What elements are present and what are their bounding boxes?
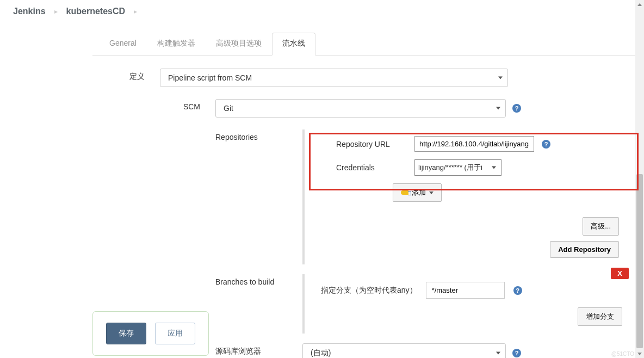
- branch-input[interactable]: [426, 282, 505, 299]
- breadcrumb-job[interactable]: kubernetesCD: [66, 7, 125, 16]
- chevron-right-icon: ▸: [134, 8, 137, 15]
- branches-panel: X 指定分支（为空时代表any） ? 增加分支: [302, 274, 635, 334]
- branch-spec-label: 指定分支（为空时代表any）: [321, 286, 417, 295]
- config-tabs: General 构建触发器 高级项目选项 流水线: [92, 23, 644, 55]
- help-icon[interactable]: ?: [512, 349, 521, 357]
- repositories-label: Repositories: [215, 129, 302, 141]
- caret-down-icon: [429, 192, 434, 194]
- key-icon: [401, 190, 408, 195]
- watermark: @51CTO: [611, 351, 634, 357]
- scm-select[interactable]: Git: [215, 99, 506, 118]
- scrollbar[interactable]: [635, 0, 644, 358]
- branches-label: Branches to build: [215, 274, 302, 286]
- tab-pipeline[interactable]: 流水线: [272, 33, 315, 55]
- add-label: 添加: [412, 188, 426, 197]
- breadcrumb: Jenkins ▸ kubernetesCD ▸: [0, 0, 644, 23]
- add-credentials-button[interactable]: 添加: [393, 183, 442, 202]
- footer-actions: 保存 应用: [92, 311, 209, 356]
- credentials-select[interactable]: lijinyang/****** (用于i: [414, 159, 501, 176]
- add-branch-button[interactable]: 增加分支: [578, 307, 622, 326]
- tab-advanced-options[interactable]: 高级项目选项: [206, 33, 272, 55]
- definition-label: 定义: [101, 69, 160, 82]
- scm-label: SCM: [101, 99, 215, 111]
- definition-select[interactable]: Pipeline script from SCM: [160, 69, 508, 87]
- help-icon[interactable]: ?: [512, 104, 521, 113]
- main-content: General 构建触发器 高级项目选项 流水线 定义 Pipeline scr…: [0, 23, 644, 358]
- scroll-up-icon[interactable]: [635, 0, 644, 9]
- help-icon[interactable]: ?: [542, 140, 550, 149]
- add-repository-button[interactable]: Add Repository: [550, 241, 619, 258]
- repo-browser-label: 源码库浏览器: [215, 343, 302, 356]
- chevron-right-icon: ▸: [54, 8, 58, 15]
- apply-button[interactable]: 应用: [155, 323, 195, 344]
- repositories-panel: Repository URL ? Credentials lijinyang/*…: [302, 129, 635, 264]
- help-icon[interactable]: ?: [513, 286, 522, 295]
- tab-build-triggers[interactable]: 构建触发器: [147, 33, 206, 55]
- scroll-thumb[interactable]: [636, 174, 643, 348]
- tab-general[interactable]: General: [99, 33, 147, 55]
- repo-url-input[interactable]: [414, 136, 534, 152]
- repo-browser-select[interactable]: (自动): [302, 343, 506, 358]
- credentials-label: Credentials: [336, 163, 407, 172]
- save-button[interactable]: 保存: [106, 323, 146, 344]
- repo-url-label: Repository URL: [336, 140, 407, 149]
- scroll-down-icon[interactable]: [635, 349, 644, 358]
- advanced-button[interactable]: 高级...: [583, 217, 619, 236]
- breadcrumb-jenkins[interactable]: Jenkins: [13, 7, 46, 16]
- delete-branch-button[interactable]: X: [611, 268, 629, 279]
